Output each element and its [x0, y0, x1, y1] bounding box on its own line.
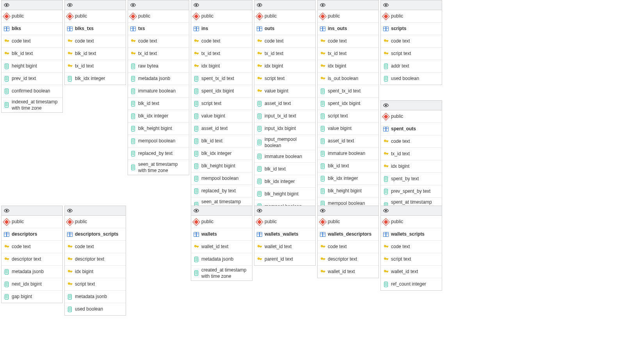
column-row[interactable]: used boolean: [381, 73, 442, 85]
column-row[interactable]: immature boolean: [254, 150, 315, 163]
table-name-row[interactable]: wallets_scripts: [381, 228, 442, 241]
table-outs[interactable]: publicoutscode texttx_id textidx bigints…: [254, 0, 316, 241]
table-wallets[interactable]: publicwalletswallet_id textmetadata json…: [191, 206, 252, 281]
column-row[interactable]: code text: [381, 35, 442, 48]
column-row[interactable]: tx_id text: [254, 48, 315, 60]
table-spent_outs[interactable]: publicspent_outscode texttx_id textidx b…: [380, 100, 442, 213]
column-row[interactable]: script text: [65, 278, 126, 291]
column-row[interactable]: wallet_id text: [318, 266, 379, 278]
column-row[interactable]: descriptor text: [2, 253, 62, 266]
schema-row[interactable]: public: [318, 10, 379, 23]
column-row[interactable]: descriptor text: [318, 253, 379, 266]
column-row[interactable]: value bigint: [191, 110, 252, 123]
table-header[interactable]: [191, 206, 252, 216]
column-row[interactable]: blk_idx integer: [318, 172, 379, 185]
column-row[interactable]: blk_height bigint: [128, 123, 189, 135]
column-row[interactable]: input_mempool boolean: [254, 135, 315, 150]
schema-row[interactable]: public: [381, 216, 442, 228]
table-ins_outs[interactable]: publicins_outscode texttx_id textidx big…: [317, 0, 379, 238]
column-row[interactable]: wallet_id text: [254, 241, 315, 253]
table-name-row[interactable]: blks_txs: [65, 23, 126, 35]
column-row[interactable]: descriptor text: [65, 253, 126, 266]
schema-row[interactable]: public: [128, 10, 189, 23]
table-name-row[interactable]: txs: [128, 23, 189, 35]
schema-row[interactable]: public: [381, 10, 442, 23]
column-row[interactable]: input_tx_id text: [254, 110, 315, 123]
table-name-row[interactable]: ins_outs: [318, 23, 379, 35]
table-header[interactable]: [381, 0, 442, 10]
table-name-row[interactable]: descriptors: [2, 228, 62, 241]
schema-row[interactable]: public: [2, 10, 62, 23]
column-row[interactable]: mempool boolean: [128, 135, 189, 147]
column-row[interactable]: blk_idx integer: [128, 110, 189, 123]
table-blks[interactable]: publicblkscode textblk_id textheight big…: [1, 0, 63, 113]
column-row[interactable]: code text: [128, 35, 189, 48]
column-row[interactable]: metadata jsonb: [2, 266, 62, 278]
column-row[interactable]: script text: [318, 110, 379, 123]
column-row[interactable]: blk_id text: [65, 48, 126, 60]
column-row[interactable]: code text: [381, 135, 442, 148]
schema-row[interactable]: public: [318, 216, 379, 228]
column-row[interactable]: idx bigint: [318, 60, 379, 73]
table-name-row[interactable]: descriptors_scripts: [65, 228, 126, 241]
column-row[interactable]: is_out boolean: [318, 73, 379, 85]
column-row[interactable]: blk_height bigint: [191, 160, 252, 172]
column-row[interactable]: prev_spent_by text: [381, 185, 442, 198]
column-row[interactable]: immature boolean: [318, 147, 379, 160]
table-header[interactable]: [2, 0, 62, 10]
table-txs[interactable]: publictxscode texttx_id textraw byteamet…: [128, 0, 189, 175]
column-row[interactable]: spent_tx_id text: [318, 85, 379, 98]
column-row[interactable]: wallet_id text: [191, 241, 252, 253]
column-row[interactable]: asset_id text: [254, 98, 315, 110]
column-row[interactable]: raw bytea: [128, 60, 189, 73]
column-row[interactable]: code text: [318, 35, 379, 48]
table-name-row[interactable]: scripts: [381, 23, 442, 35]
table-name-row[interactable]: wallets_wallets: [254, 228, 315, 241]
table-header[interactable]: [254, 0, 315, 10]
table-header[interactable]: [381, 206, 442, 216]
table-name-row[interactable]: blks: [2, 23, 62, 35]
column-row[interactable]: spent_by text: [381, 173, 442, 185]
table-header[interactable]: [128, 0, 189, 10]
column-row[interactable]: blk_id text: [318, 160, 379, 172]
column-row[interactable]: tx_id text: [191, 48, 252, 60]
column-row[interactable]: mempool boolean: [191, 172, 252, 185]
column-row[interactable]: ref_count integer: [381, 278, 442, 290]
column-row[interactable]: code text: [65, 35, 126, 48]
table-header[interactable]: [191, 0, 252, 10]
column-row[interactable]: idx bigint: [254, 60, 315, 73]
column-row[interactable]: idx bigint: [65, 266, 126, 278]
column-row[interactable]: indexed_at timestamp with time zone: [2, 98, 62, 112]
schema-row[interactable]: public: [191, 216, 252, 228]
column-row[interactable]: next_idx bigint: [2, 278, 62, 291]
column-row[interactable]: script text: [254, 73, 315, 85]
column-row[interactable]: script text: [191, 98, 252, 110]
table-header[interactable]: [318, 206, 379, 216]
schema-row[interactable]: public: [65, 10, 126, 23]
column-row[interactable]: idx bigint: [381, 160, 442, 173]
table-name-row[interactable]: ins: [191, 23, 252, 35]
schema-row[interactable]: public: [254, 10, 315, 23]
column-row[interactable]: tx_id text: [381, 148, 442, 160]
column-row[interactable]: script text: [381, 253, 442, 266]
column-row[interactable]: metadata jsonb: [65, 291, 126, 303]
table-header[interactable]: [318, 0, 379, 10]
column-row[interactable]: immature boolean: [128, 85, 189, 98]
schema-row[interactable]: public: [381, 110, 442, 123]
column-row[interactable]: blk_id text: [2, 48, 62, 60]
column-row[interactable]: tx_id text: [65, 60, 126, 73]
schema-row[interactable]: public: [65, 216, 126, 228]
column-row[interactable]: blk_id text: [191, 135, 252, 147]
column-row[interactable]: script text: [381, 48, 442, 60]
column-row[interactable]: spent_idx bigint: [191, 85, 252, 98]
table-blks_txs[interactable]: publicblks_txscode textblk_id texttx_id …: [64, 0, 126, 85]
column-row[interactable]: tx_id text: [318, 48, 379, 60]
column-row[interactable]: blk_id text: [128, 98, 189, 110]
column-row[interactable]: replaced_by text: [191, 185, 252, 197]
column-row[interactable]: code text: [65, 241, 126, 253]
table-wallets_wallets[interactable]: publicwallets_walletswallet_id textparen…: [254, 206, 316, 266]
table-descriptors[interactable]: publicdescriptorscode textdescriptor tex…: [1, 206, 63, 303]
column-row[interactable]: code text: [191, 35, 252, 48]
column-row[interactable]: code text: [381, 241, 442, 253]
column-row[interactable]: replaced_by text: [128, 147, 189, 160]
